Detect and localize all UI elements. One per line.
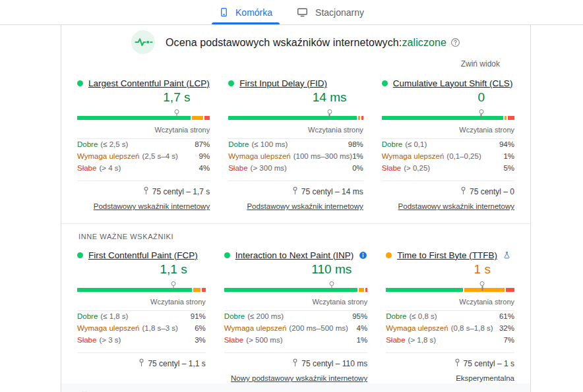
assessment-status: zaliczone [402,37,446,48]
percentile-row: 75 centyl – 0 [382,187,514,196]
metric-footer-link: Eksperymentalna [456,374,514,382]
percentile-marker-icon [479,109,483,119]
percentile-marker-icon [480,281,485,291]
distribution-row: Słabe (> 3 s) 3% [77,336,206,348]
distribution-row-threshold: (≤ 2,5 s) [100,140,128,148]
distribution-row-percent: 87% [195,140,210,148]
percentile-marker-icon [327,109,332,119]
distribution-row: Wymaga ulepszeń (1,8 s–3 s) 6% [77,324,206,336]
metric-title-link[interactable]: Cumulative Layout Shift (CLS) [393,78,513,88]
metric-status-dot [228,80,234,86]
divider [224,310,367,311]
percentile-row: 75 centyl – 14 ms [228,187,363,196]
collapse-view-link[interactable]: Zwiń widok [461,59,500,69]
metric-status-dot [77,80,83,86]
distribution-row-threshold: (≤ 100 ms) [252,140,288,148]
distribution-row-label: Słabe [228,164,247,172]
metric-card: Largest Contentful Paint (LCP) 1,7 s Wcz… [77,78,210,211]
bar-segment-good [77,116,191,120]
distribution-row-label: Dobre [386,312,406,320]
distribution-row-threshold: (≤ 200 ms) [247,312,284,320]
distribution-label: Wczytania strony [77,298,206,306]
tab-desktop[interactable]: Stacjonarny [286,0,374,24]
distribution-row: Dobre (≤ 2,5 s) 87% [77,140,210,152]
metric-value: 14 ms [313,90,347,105]
distribution-row: Wymaga ulepszeń (100 ms–300 ms) 1% [228,152,363,164]
metric-distribution-bar [382,116,514,120]
metric-footer-link[interactable]: Podstawowy wskaźnik internetowy [94,202,210,210]
metric-title-link[interactable]: Time to First Byte (TTFB) [397,250,497,260]
percentile-pin-icon [292,186,298,197]
metric-distribution-bar [77,288,206,292]
metric-footer-link[interactable]: Nowy podstawowy wskaźnik internetowy [231,374,367,382]
percentile-text: 75 centyl – 0 [470,187,514,196]
distribution-row: Słabe (> 300 ms) 0% [228,164,363,176]
tab-mobile-label: Komórka [235,7,272,18]
divider [382,138,514,139]
distribution-row-label: Słabe [224,336,243,344]
bar-segment-ni [192,116,204,120]
metric-distribution-bar [77,116,210,120]
distribution-row: Wymaga ulepszeń (0,8 s–1,8 s) 32% [386,324,514,336]
distribution-row: Dobre (≤ 0,1) 94% [382,140,514,152]
distribution-rows: Dobre (≤ 2,5 s) 87% Wymaga ulepszeń (2,5… [77,140,210,176]
distribution-row: Słabe (> 4 s) 4% [77,164,210,176]
info-icon[interactable] [359,251,367,260]
metric-title-link[interactable]: First Contentful Paint (FCP) [88,250,198,260]
metric-footer-link[interactable]: Podstawowy wskaźnik internetowy [247,202,363,210]
bar-segment-good [382,116,503,120]
distribution-row: Wymaga ulepszeń (200 ms–500 ms) 4% [224,324,367,336]
metric-card: First Input Delay (FID) 14 ms Wczytania … [228,78,363,211]
bar-segment-poor [361,116,363,120]
percentile-row: 75 centyl – 1 s [386,359,514,368]
bar-segment-ni [505,116,506,120]
metric-value: 110 ms [311,262,352,277]
flask-icon[interactable] [503,251,511,260]
divider [386,310,514,311]
distribution-row: Dobre (≤ 200 ms) 95% [224,312,367,324]
bar-segment-poor [365,288,367,292]
distribution-rows: Dobre (≤ 0,1) 94% Wymaga ulepszeń (0,1–0… [382,140,514,176]
percentile-text: 75 centyl – 1,1 s [148,359,205,368]
distribution-row: Wymaga ulepszeń (2,5 s–4 s) 9% [77,152,210,164]
metric-title-link[interactable]: Largest Contentful Paint (LCP) [88,78,210,88]
distribution-row: Słabe (> 500 ms) 1% [224,336,367,348]
distribution-rows: Dobre (≤ 200 ms) 95% Wymaga ulepszeń (20… [224,312,367,348]
divider [386,352,514,353]
metric-card: Cumulative Layout Shift (CLS) 0 Wczytani… [382,78,514,211]
percentile-row: 75 centyl – 1,7 s [77,187,210,196]
distribution-row-percent: 91% [191,312,206,320]
bar-segment-poor [204,116,210,120]
distribution-row-label: Dobre [228,140,249,148]
divider [382,181,514,181]
distribution-row-percent: 98% [348,140,363,148]
distribution-row-threshold: (2,5 s–4 s) [142,152,178,160]
metric-title-link[interactable]: First Input Delay (FID) [239,78,327,88]
distribution-row-threshold: (200 ms–500 ms) [289,324,348,332]
distribution-row: Dobre (≤ 1,8 s) 91% [77,312,206,324]
help-icon[interactable] [450,38,460,50]
distribution-row-threshold: (≤ 0,8 s) [409,312,437,320]
distribution-label: Wczytania strony [224,298,367,306]
bar-segment-poor [508,116,514,120]
percentile-pin-icon [454,358,460,369]
distribution-row-label: Wymaga ulepszeń [77,324,140,332]
percentile-marker-icon [174,109,179,119]
distribution-row-label: Wymaga ulepszeń [386,324,448,332]
divider [224,352,367,353]
tab-mobile[interactable]: Komórka [209,0,282,24]
metric-status-dot [386,252,392,258]
distribution-row-percent: 6% [195,324,206,332]
metric-footer-link[interactable]: Podstawowy wskaźnik internetowy [398,202,514,210]
bar-segment-good [224,288,357,292]
distribution-row-threshold: (> 4 s) [99,164,121,172]
divider [77,181,210,181]
primary-metrics-grid: Largest Contentful Paint (LCP) 1,7 s Wcz… [61,78,530,211]
distribution-row-label: Wymaga ulepszeń [224,324,287,332]
percentile-row: 75 centyl – 110 ms [224,359,367,368]
data-collection-footer: Ostatni 28-dniowy okres gromadzenia dany… [61,383,530,392]
metric-title-link[interactable]: Interaction to Next Paint (INP) [235,250,353,260]
distribution-row: Wymaga ulepszeń (0,1–0,25) 1% [382,152,514,164]
metric-card: Interaction to Next Paint (INP) 110 ms W… [224,250,367,383]
distribution-row-percent: 1% [503,152,514,160]
